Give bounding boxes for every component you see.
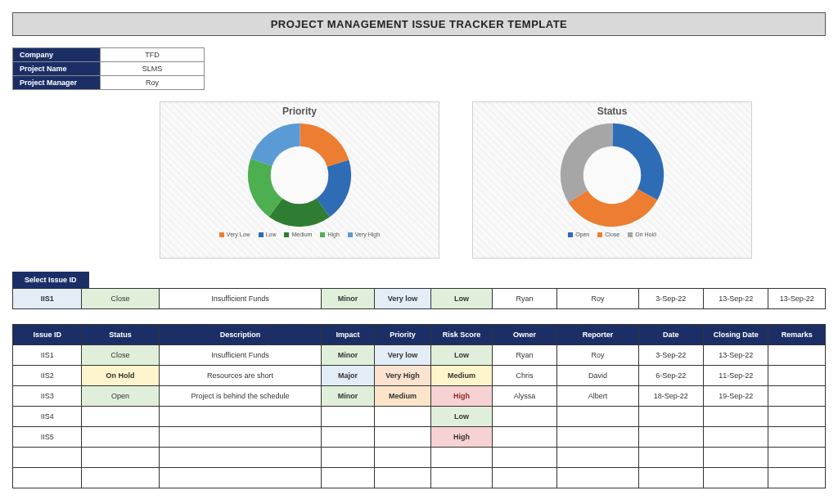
table-row[interactable]: IIS4 Low	[13, 407, 826, 427]
selected-impact: Minor	[322, 289, 375, 309]
status-donut-icon	[559, 122, 665, 228]
th-impact: Impact	[322, 325, 375, 345]
th-remarks: Remarks	[768, 325, 826, 345]
selected-desc: Insufficient Funds	[159, 289, 322, 309]
th-closing: Closing Date	[704, 325, 768, 345]
selected-risk: Low	[431, 289, 492, 309]
th-priority: Priority	[374, 325, 431, 345]
table-row[interactable]: IIS5 High	[13, 427, 826, 448]
selected-closing: 13-Sep-22	[704, 289, 768, 309]
priority-donut-icon	[246, 122, 353, 228]
selected-owner: Ryan	[492, 289, 556, 309]
th-id: Issue ID	[13, 325, 82, 345]
project-label: Project Name	[13, 62, 101, 76]
status-legend: Open Close On Hold	[568, 232, 656, 237]
priority-chart: Priority Very Low Low Medium High Very H…	[160, 101, 439, 259]
selected-id[interactable]: IIS1	[13, 289, 82, 309]
manager-value[interactable]: Roy	[101, 76, 205, 90]
table-row[interactable]	[13, 448, 826, 468]
select-issue-label: Select Issue ID	[12, 272, 89, 288]
priority-legend: Very Low Low Medium High Very High	[219, 232, 380, 237]
table-row[interactable]: IIS3OpenProject is behind the schedule M…	[13, 386, 826, 407]
table-row[interactable]	[13, 468, 826, 488]
project-info-table: Company TFD Project Name SLMS Project Ma…	[12, 47, 205, 90]
selected-status: Close	[82, 289, 159, 309]
priority-chart-title: Priority	[282, 106, 317, 117]
th-reporter: Reporter	[557, 325, 638, 345]
th-owner: Owner	[492, 325, 556, 345]
table-row[interactable]: IIS1CloseInsufficient Funds MinorVery lo…	[13, 345, 826, 366]
project-value[interactable]: SLMS	[101, 62, 205, 76]
status-chart: Status Open Close On Hold	[472, 101, 752, 259]
th-status: Status	[82, 325, 159, 345]
status-chart-title: Status	[597, 106, 628, 117]
table-row[interactable]: IIS2On HoldResources are short MajorVery…	[13, 366, 826, 386]
selected-remarks: 13-Sep-22	[768, 289, 826, 309]
selected-reporter: Roy	[557, 289, 638, 309]
th-risk: Risk Score	[431, 325, 492, 345]
svg-point-9	[584, 147, 640, 203]
manager-label: Project Manager	[13, 76, 101, 90]
company-value[interactable]: TFD	[101, 48, 205, 62]
table-header-row: Issue ID Status Description Impact Prior…	[13, 325, 826, 345]
th-date: Date	[638, 325, 703, 345]
selected-priority: Very low	[374, 289, 431, 309]
company-label: Company	[13, 48, 101, 62]
selected-date: 3-Sep-22	[638, 289, 703, 309]
th-desc: Description	[159, 325, 322, 345]
page-title: PROJECT MANAGEMENT ISSUE TRACKER TEMPLAT…	[12, 12, 826, 36]
issues-table: Issue ID Status Description Impact Prior…	[12, 324, 826, 488]
selected-issue-row: IIS1 Close Insufficient Funds Minor Very…	[12, 288, 826, 309]
svg-point-5	[272, 147, 327, 203]
